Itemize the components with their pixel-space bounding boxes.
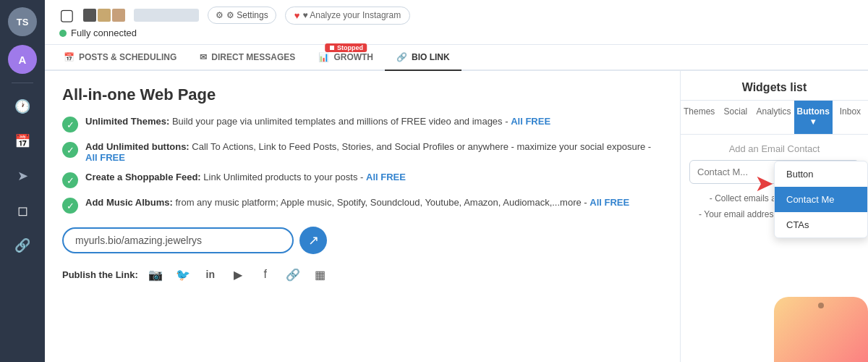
dropdown-menu: Button Contact Me CTAs bbox=[774, 161, 868, 238]
analyze-label: ♥ Analyze your Instagram bbox=[302, 10, 401, 20]
feature-item-themes: ✓ Unlimited Themes: Build your page via … bbox=[62, 116, 663, 132]
tab-posts[interactable]: 📅 POSTS & SCHEDULING bbox=[52, 45, 188, 71]
widget-tab-themes[interactable]: Themes bbox=[681, 101, 718, 134]
feature-desc-music: from any music platform; Apple music, Sp… bbox=[175, 197, 590, 208]
widget-tab-social[interactable]: Social bbox=[718, 101, 753, 134]
color-block-tan bbox=[98, 9, 111, 22]
color-block-dark bbox=[83, 9, 96, 22]
phone-camera-dot bbox=[818, 303, 824, 308]
url-row: ↗ bbox=[62, 227, 663, 254]
feature-text-themes: Unlimited Themes: Build your page via un… bbox=[85, 116, 550, 127]
top-bar: ▢ ⚙ ⚙ Settings ♥ ♥ Analyze your Instagra… bbox=[45, 0, 868, 45]
widgets-panel: Widgets list Themes Social Analytics But… bbox=[680, 71, 868, 362]
check-icon-buttons: ✓ bbox=[62, 142, 78, 158]
settings-button[interactable]: ⚙ ⚙ Settings bbox=[208, 7, 276, 24]
calendar-tab-icon: 📅 bbox=[64, 52, 75, 62]
widgets-title: Widgets list bbox=[681, 71, 868, 101]
feature-bold-buttons: Add Unlimited buttons: bbox=[85, 141, 190, 152]
link-tab-icon: 🔗 bbox=[396, 52, 407, 62]
tab-direct-messages[interactable]: ✉ DIRECT MESSAGES bbox=[188, 45, 307, 71]
publish-linkedin-icon[interactable]: in bbox=[200, 264, 221, 285]
profile-color-blocks bbox=[83, 9, 125, 22]
sidebar-ts-avatar[interactable]: TS bbox=[8, 7, 37, 36]
publish-facebook-icon[interactable]: f bbox=[255, 264, 276, 285]
sidebar-instagram-icon[interactable]: ◻ bbox=[8, 196, 37, 225]
widgets-tabs: Themes Social Analytics Buttons ▾ Inbox bbox=[681, 101, 868, 135]
sidebar-divider bbox=[12, 83, 33, 83]
feature-text-music: Add Music Albums: from any music platfor… bbox=[85, 197, 629, 208]
external-link-icon: ↗ bbox=[308, 232, 319, 248]
connected-row: Fully connected bbox=[59, 28, 854, 38]
heart-icon: ♥ bbox=[294, 10, 300, 21]
free-link-music[interactable]: All FREE bbox=[590, 197, 629, 208]
check-icon-themes: ✓ bbox=[62, 117, 78, 132]
tab-biolink-label: BIO LINK bbox=[412, 52, 450, 62]
feature-desc-themes: Build your page via unlimited templates … bbox=[172, 116, 511, 127]
growth-tab-icon: 📊 bbox=[318, 52, 329, 62]
stopped-badge: ⏹ Stopped bbox=[325, 43, 367, 52]
sidebar-link-icon[interactable]: 🔗 bbox=[8, 231, 37, 260]
add-email-label: Add an Email Contact bbox=[689, 143, 859, 154]
widget-tab-inbox[interactable]: Inbox bbox=[833, 101, 868, 134]
publish-copy-icon[interactable]: 🔗 bbox=[283, 264, 303, 285]
content-area: All-in-one Web Page ✓ Unlimited Themes: … bbox=[45, 71, 680, 362]
feature-text-shoppable: Create a Shoppable Feed: Link Unlimited … bbox=[85, 172, 406, 182]
analyze-button[interactable]: ♥ ♥ Analyze your Instagram bbox=[285, 7, 411, 25]
publish-twitter-icon[interactable]: 🐦 bbox=[173, 264, 193, 285]
publish-row: Publish the Link: 📷 🐦 in ▶ f 🔗 ▦ bbox=[62, 264, 663, 285]
instagram-logo-icon: ▢ bbox=[59, 6, 75, 25]
message-tab-icon: ✉ bbox=[200, 52, 207, 62]
feature-desc-shoppable: Link Unlimited products to your posts - bbox=[203, 172, 366, 182]
tab-growth[interactable]: ⏹ Stopped 📊 GROWTH bbox=[307, 45, 385, 71]
page-body: All-in-one Web Page ✓ Unlimited Themes: … bbox=[45, 71, 868, 362]
feature-desc-buttons: Call To Actions, Link to Feed Posts, Sto… bbox=[192, 141, 651, 152]
tab-posts-label: POSTS & SCHEDULING bbox=[79, 52, 176, 62]
sidebar-send-icon[interactable]: ➤ bbox=[8, 161, 37, 190]
publish-youtube-icon[interactable]: ▶ bbox=[228, 264, 248, 285]
settings-label: ⚙ Settings bbox=[226, 10, 268, 20]
url-input[interactable] bbox=[62, 227, 294, 253]
feature-bold-themes: Unlimited Themes: bbox=[85, 116, 169, 127]
feature-list: ✓ Unlimited Themes: Build your page via … bbox=[62, 116, 663, 214]
url-copy-button[interactable]: ↗ bbox=[299, 227, 327, 254]
color-block-brown bbox=[112, 9, 125, 22]
publish-instagram-icon[interactable]: 📷 bbox=[145, 264, 166, 285]
sidebar-calendar-icon[interactable]: 📅 bbox=[8, 127, 37, 156]
dropdown-item-ctas[interactable]: CTAs bbox=[775, 212, 867, 237]
widget-tab-buttons[interactable]: Buttons ▾ bbox=[794, 101, 833, 134]
gear-icon: ⚙ bbox=[216, 10, 224, 20]
feature-bold-music: Add Music Albums: bbox=[85, 197, 173, 208]
feature-item-music: ✓ Add Music Albums: from any music platf… bbox=[62, 197, 663, 214]
dropdown-item-button[interactable]: Button bbox=[775, 161, 867, 187]
arrow-pointer-icon: ➤ bbox=[754, 169, 774, 197]
main-content: ▢ ⚙ ⚙ Settings ♥ ♥ Analyze your Instagra… bbox=[45, 0, 868, 362]
feature-item-buttons: ✓ Add Unlimited buttons: Call To Actions… bbox=[62, 141, 663, 163]
sidebar-a-avatar[interactable]: A bbox=[8, 45, 37, 74]
tab-bio-link[interactable]: 🔗 BIO LINK bbox=[385, 45, 461, 71]
check-icon-music: ✓ bbox=[62, 198, 78, 214]
feature-text-buttons: Add Unlimited buttons: Call To Actions, … bbox=[85, 141, 663, 163]
tab-growth-label: GROWTH bbox=[333, 52, 373, 62]
widgets-body: Add an Email Contact ➤ Button Contact Me… bbox=[681, 135, 868, 231]
sidebar-clock-icon[interactable]: 🕐 bbox=[8, 92, 37, 121]
sidebar: TS A 🕐 📅 ➤ ◻ 🔗 bbox=[0, 0, 45, 362]
connection-status-dot bbox=[59, 30, 67, 37]
free-link-buttons[interactable]: All FREE bbox=[85, 152, 125, 163]
free-link-themes[interactable]: All FREE bbox=[511, 116, 550, 127]
publish-qr-icon[interactable]: ▦ bbox=[310, 264, 331, 285]
phone-preview bbox=[774, 297, 868, 362]
feature-item-shoppable: ✓ Create a Shoppable Feed: Link Unlimite… bbox=[62, 172, 663, 188]
page-title: All-in-one Web Page bbox=[62, 85, 663, 104]
widget-tab-analytics[interactable]: Analytics bbox=[754, 101, 794, 134]
check-icon-shoppable: ✓ bbox=[62, 172, 78, 188]
connection-status-label: Fully connected bbox=[71, 28, 137, 38]
tabs-bar: 📅 POSTS & SCHEDULING ✉ DIRECT MESSAGES ⏹… bbox=[45, 45, 868, 71]
free-link-shoppable[interactable]: All FREE bbox=[366, 172, 406, 182]
top-bar-row: ▢ ⚙ ⚙ Settings ♥ ♥ Analyze your Instagra… bbox=[59, 6, 854, 25]
publish-label: Publish the Link: bbox=[62, 269, 138, 280]
feature-bold-shoppable: Create a Shoppable Feed: bbox=[85, 172, 201, 182]
profile-name-blurred bbox=[134, 9, 199, 22]
dropdown-item-contactme[interactable]: Contact Me bbox=[775, 187, 867, 212]
tab-messages-label: DIRECT MESSAGES bbox=[211, 52, 295, 62]
